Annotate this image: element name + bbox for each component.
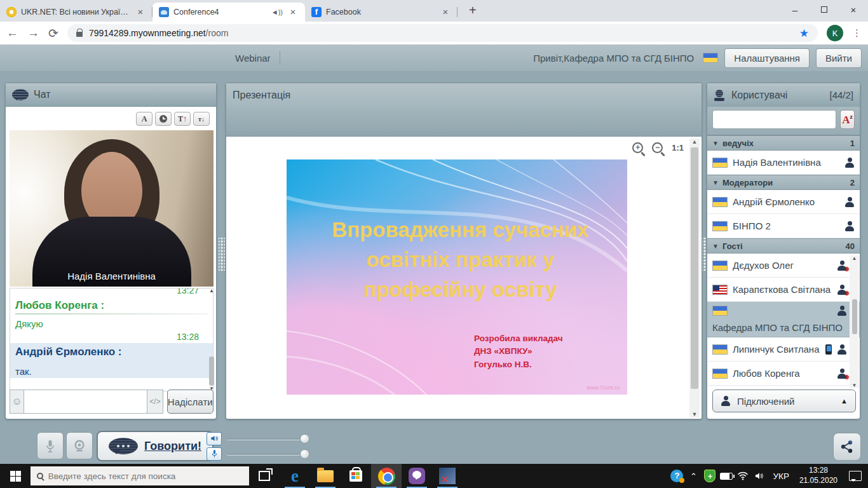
zoom-out-icon[interactable]: − — [652, 142, 663, 153]
scrollbar-thumb[interactable] — [691, 147, 698, 389]
left-splitter-handle[interactable] — [219, 238, 225, 271]
volume-tray-button[interactable] — [751, 464, 768, 488]
tab-ukrnet[interactable]: UKR.NET: Всі новини України, о × — [0, 3, 153, 22]
tray-expand-button[interactable]: ⌃ — [685, 464, 702, 488]
send-message-button[interactable]: Надіслати — [167, 390, 214, 414]
users-search-input[interactable] — [712, 110, 836, 129]
person-icon — [844, 158, 855, 168]
edge-button[interactable]: e — [280, 464, 310, 488]
forward-icon[interactable]: → — [27, 26, 39, 40]
ukraine-flag-icon — [712, 344, 728, 355]
slider-knob[interactable] — [300, 449, 309, 459]
scrollbar-thumb[interactable] — [852, 299, 857, 334]
section-guests[interactable]: ▼ Гості 40 — [707, 238, 860, 254]
talk-button[interactable]: Говорити! — [97, 431, 214, 461]
scroll-down-icon[interactable]: ▼ — [692, 411, 698, 417]
action-center-button[interactable] — [843, 464, 868, 488]
chrome-button[interactable] — [371, 464, 402, 488]
edge-icon: e — [291, 466, 299, 486]
tab-close-icon[interactable]: × — [135, 6, 146, 18]
help-tray-button[interactable]: ? — [668, 464, 685, 488]
battery-tray-button[interactable] — [718, 464, 735, 488]
zoom-in-icon[interactable]: + — [632, 142, 643, 153]
slider-knob[interactable] — [300, 434, 309, 444]
photos-icon — [439, 468, 456, 484]
webcam-icon — [72, 439, 86, 453]
speaker-volume-button[interactable] — [207, 432, 222, 445]
search-icon — [37, 473, 43, 479]
store-button[interactable] — [341, 464, 371, 488]
connection-status-dropdown[interactable]: Підключений ▲ — [712, 390, 856, 412]
history-button[interactable] — [155, 112, 172, 126]
mic-volume-button[interactable] — [207, 447, 222, 461]
tab-close-icon[interactable]: × — [287, 6, 299, 18]
sort-az-button[interactable]: Az — [840, 110, 855, 129]
task-view-button[interactable] — [249, 464, 280, 488]
taskbar-search-input[interactable] — [48, 471, 243, 481]
user-row[interactable]: Карапєткова Світлана — [707, 278, 860, 302]
microphone-button[interactable] — [37, 432, 64, 459]
person-busy-icon — [837, 285, 847, 295]
browser-menu-icon[interactable]: ⋮ — [852, 27, 862, 39]
font-increase-button[interactable]: T↑ — [174, 112, 191, 126]
user-row[interactable]: БІНПО 2 — [707, 214, 860, 238]
emoji-button[interactable]: ☺ — [10, 390, 24, 414]
users-icon[interactable] — [714, 89, 726, 102]
chat-bubble-icon[interactable] — [12, 89, 29, 100]
slide-watermark: www.7oom.ru — [587, 384, 620, 391]
bold-format-button[interactable]: A — [136, 112, 153, 126]
presentation-scrollbar[interactable]: ▲ ▼ — [689, 139, 700, 417]
tab-facebook[interactable]: f Facebook × — [305, 3, 458, 22]
section-moderators[interactable]: ▼ Модератори 2 — [707, 175, 860, 190]
bookmark-star-icon[interactable]: ★ — [799, 27, 809, 40]
users-scrollbar[interactable]: ▲ ▼ — [850, 255, 859, 388]
tab-close-icon[interactable]: × — [440, 6, 451, 18]
window-minimize-button[interactable]: – — [780, 0, 810, 19]
mic-volume-slider[interactable] — [227, 449, 308, 458]
start-button[interactable] — [0, 464, 31, 488]
user-row[interactable]: Любов Коренга — [707, 362, 860, 386]
profile-avatar[interactable]: K — [827, 25, 843, 41]
url-input[interactable]: 79914289.myownmeeting.net/room ★ — [67, 24, 818, 42]
message-author: Любов Коренга : — [10, 297, 213, 313]
user-row[interactable]: Надія Валентинівна — [707, 151, 860, 175]
scroll-up-icon[interactable]: ▲ — [692, 139, 698, 145]
user-row-selected[interactable]: Кафедра МПО та СГД БІНПО — [707, 302, 860, 337]
photos-button[interactable] — [432, 464, 463, 488]
wifi-tray-button[interactable] — [735, 464, 751, 488]
font-decrease-button[interactable]: т↓ — [193, 112, 210, 126]
taskbar-clock[interactable]: 13:28 21.05.2020 — [794, 466, 843, 485]
user-row[interactable]: Андрій Єрмоленко — [707, 190, 860, 214]
taskbar-search[interactable] — [31, 466, 249, 485]
speaker-volume-slider[interactable] — [227, 434, 308, 443]
window-close-button[interactable]: × — [839, 0, 868, 19]
reload-icon[interactable]: ⟳ — [48, 26, 58, 41]
tab-audio-icon[interactable]: ◄)) — [271, 8, 283, 16]
exit-button[interactable]: Вийти — [816, 48, 862, 68]
scroll-up-icon[interactable]: ▲ — [852, 255, 857, 261]
webcam-button[interactable] — [66, 432, 93, 459]
back-icon[interactable]: ← — [6, 26, 18, 40]
chat-message-input[interactable] — [24, 390, 147, 414]
file-explorer-button[interactable] — [310, 464, 341, 488]
window-maximize-button[interactable] — [810, 0, 839, 19]
antivirus-tray-button[interactable]: + — [702, 464, 718, 488]
new-tab-button[interactable]: + — [464, 3, 482, 22]
settings-button[interactable]: Налаштування — [724, 48, 810, 68]
person-busy-icon — [837, 261, 847, 271]
scroll-down-icon[interactable]: ▼ — [852, 383, 857, 388]
chat-scrollbar[interactable]: ▲ ▼ — [207, 288, 216, 391]
scrollbar-thumb[interactable] — [209, 356, 214, 386]
user-row[interactable]: Липинчук Свитлана — [707, 337, 860, 362]
user-row[interactable]: Дєдухов Олег — [707, 254, 860, 278]
language-indicator[interactable]: УКР — [768, 471, 794, 481]
tab-conference4[interactable]: Conference4 ◄)) × — [153, 3, 305, 22]
scroll-up-icon[interactable]: ▲ — [209, 288, 214, 294]
share-button[interactable] — [833, 433, 861, 461]
code-format-button[interactable]: </> — [147, 390, 163, 414]
chat-message-list[interactable]: 13:27 Любов Коренга : Дякую 13:28 Андрій… — [10, 288, 214, 391]
section-presenters[interactable]: ▼ ведучіх 1 — [707, 135, 860, 151]
viber-button[interactable] — [402, 464, 432, 488]
actual-size-button[interactable]: 1:1 — [672, 143, 684, 152]
browser-address-bar: ← → ⟳ 79914289.myownmeeting.net/room ★ K… — [0, 22, 868, 44]
